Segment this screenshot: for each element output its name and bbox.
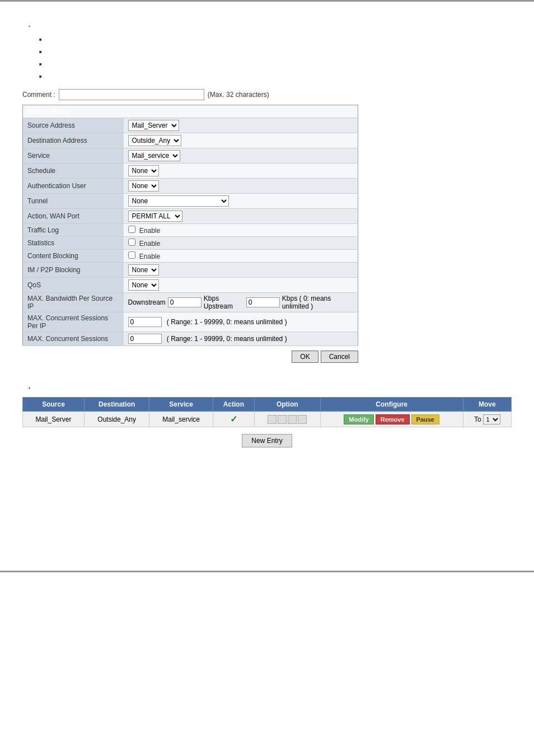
comment-hint: (Max. 32 characters) [208,91,269,99]
row-source: Mail_Server [23,412,85,427]
option-cells [259,415,316,424]
source-address-select[interactable]: Mail_Server Any [128,120,179,131]
service-cell: Mail_service Any [124,148,358,164]
im-p2p-label: IM / P2P Blocking [23,263,124,278]
second-bullet-dot: . [22,380,512,391]
pause-button[interactable]: Pause [411,414,439,424]
row-destination: Outside_Any [84,412,149,427]
policy-list-body: Mail_Server Outside_Any Mail_service ✓ [23,412,512,427]
statistics-checkbox[interactable] [128,239,135,246]
comment-row: Comment : (Max. 32 characters) [22,89,512,100]
bandwidth-per-source-row: MAX. Bandwidth Per Source IP Downstream … [23,293,358,312]
service-select[interactable]: Mail_service Any [128,150,180,161]
ok-button[interactable]: OK [292,351,318,363]
content-blocking-cell: Enable [124,250,358,263]
content-blocking-label: Content Blocking [23,250,124,263]
sessions-per-ip-label: MAX. Concurrent Sessions Per IP [23,312,124,332]
destination-address-label: Destination Address [23,133,124,148]
content-blocking-row: Content Blocking Enable [23,250,358,263]
im-p2p-cell: None [124,263,358,278]
schedule-row: Schedule None [23,164,358,179]
downstream-label: Downstream [128,298,166,306]
statistics-enable-label: Enable [139,240,160,248]
policy-list-header-row: Source Destination Service Action Option… [23,398,512,412]
col-action: Action [213,398,254,412]
im-p2p-row: IM / P2P Blocking None [23,263,358,278]
tunnel-cell: None [124,194,358,209]
tunnel-label: Tunnel [23,194,124,209]
schedule-select[interactable]: None [128,165,159,176]
traffic-log-cell: Enable [124,224,358,237]
sessions-per-ip-cell: ( Range: 1 - 99999, 0: means unlimited ) [124,312,358,332]
concurrent-sessions-input[interactable] [128,334,162,344]
option-box-2 [278,415,287,424]
bullet-list [28,31,512,80]
upstream-input[interactable] [246,297,280,307]
cancel-button[interactable]: Cancel [321,351,358,363]
auth-user-select[interactable]: None [128,180,159,192]
action-wan-select[interactable]: PERMIT ALL DENY [128,211,182,222]
qos-label: QoS [23,278,124,293]
concurrent-sessions-label: MAX. Concurrent Sessions [23,332,124,346]
row-move: To 1 [463,412,511,427]
content-blocking-checkbox[interactable] [128,251,135,259]
statistics-label: Statistics [23,237,124,250]
remove-button[interactable]: Remove [376,414,410,424]
policy-list-header: Source Destination Service Action Option… [23,398,512,412]
action-wan-label: Action, WAN Port [23,209,124,224]
bullet-item-2 [39,43,512,55]
col-source: Source [23,398,85,412]
comment-label: Comment : [22,91,55,99]
bandwidth-row: Downstream Kbps Upstream Kbps ( 0: means… [128,295,354,310]
configure-cell: Modify Remove Pause [325,414,458,424]
modify-policy-header: Modify Policy [23,105,358,118]
option-box-3 [288,415,297,424]
statistics-cell: Enable [124,237,358,250]
sessions-per-ip-row: MAX. Concurrent Sessions Per IP ( Range:… [23,312,358,332]
content-area: . Comment : (Max. 32 characters) Modify … [0,13,534,459]
action-checkmark: ✓ [230,414,237,424]
table-row: Mail_Server Outside_Any Mail_service ✓ [23,412,512,427]
schedule-cell: None [124,164,358,179]
traffic-log-enable-label: Enable [139,227,160,235]
qos-row: QoS None [23,278,358,293]
kbps-upstream-label: Kbps Upstream [204,295,244,310]
bandwidth-per-source-cell: Downstream Kbps Upstream Kbps ( 0: means… [124,293,358,312]
bullet-section-top: . [22,18,512,80]
auth-user-label: Authentication User [23,179,124,194]
sessions-per-ip-hint: ( Range: 1 - 99999, 0: means unlimited ) [167,318,287,326]
modify-button[interactable]: Modify [344,414,373,424]
source-address-cell: Mail_Server Any [124,118,358,133]
sessions-per-ip-input[interactable] [128,317,162,327]
destination-address-select[interactable]: Outside_Any Any [128,135,181,146]
new-entry-row: New Entry [22,434,512,447]
im-p2p-select[interactable]: None [128,264,159,276]
tunnel-select[interactable]: None [128,195,229,207]
move-select[interactable]: 1 [483,414,500,424]
move-to-label: To [474,416,481,423]
tunnel-row: Tunnel None [23,194,358,209]
bullet-item-3 [39,55,512,68]
policy-table-header: Modify Policy [23,105,358,118]
qos-cell: None [124,278,358,293]
row-option [254,412,320,427]
source-address-row: Source Address Mail_Server Any [23,118,358,133]
action-wan-cell: PERMIT ALL DENY [124,209,358,224]
policy-list-table: Source Destination Service Action Option… [22,397,512,427]
bullet-dot: . [28,18,512,29]
row-configure: Modify Remove Pause [320,412,463,427]
source-address-label: Source Address [23,118,124,133]
concurrent-sessions-cell: ( Range: 1 - 99999, 0: means unlimited ) [124,332,358,346]
traffic-log-checkbox[interactable] [128,226,135,233]
statistics-row: Statistics Enable [23,237,358,250]
qos-select[interactable]: None [128,279,159,291]
col-move: Move [463,398,511,412]
service-row: Service Mail_service Any [23,148,358,164]
option-box-1 [268,415,277,424]
downstream-input[interactable] [168,297,202,307]
comment-input[interactable] [59,89,204,100]
new-entry-button[interactable]: New Entry [242,434,292,447]
top-border [0,0,534,2]
content-blocking-enable-label: Enable [139,253,160,260]
action-wan-row: Action, WAN Port PERMIT ALL DENY [23,209,358,224]
